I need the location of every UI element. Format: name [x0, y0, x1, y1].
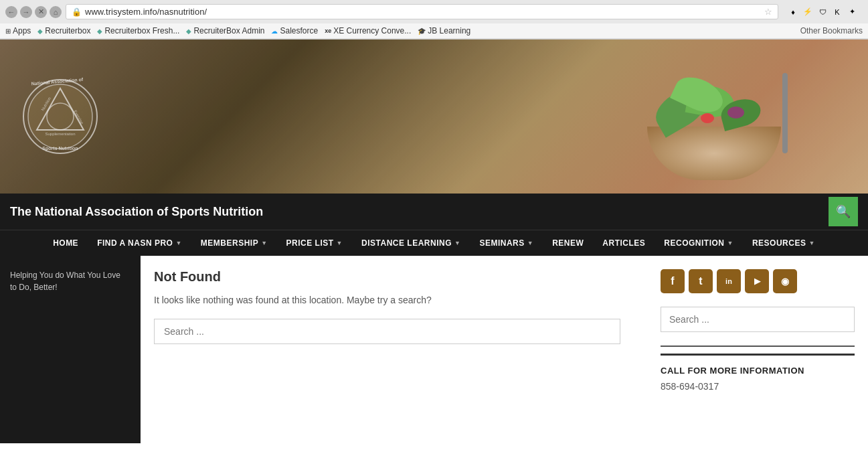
main-layout: Helping You do What You Love to Do, Bett… [0, 256, 868, 443]
bookmark-xe-label: XE Currency Conve... [333, 26, 411, 35]
back-button[interactable]: ← [5, 6, 17, 18]
recruiterbox-icon: ◆ [37, 27, 43, 35]
youtube-icon[interactable]: ▶ [745, 269, 769, 293]
hero-food-image [614, 60, 814, 187]
not-found-title: Not Found [154, 269, 620, 285]
other-bookmarks-label: Other Bookmarks [800, 26, 863, 35]
jb-icon: 🎓 [418, 27, 426, 35]
sidebar: Helping You do What You Love to Do, Bett… [0, 256, 141, 443]
nav-link-articles[interactable]: ARTICLES [593, 230, 655, 256]
bookmarks-bar: ⊞ Apps ◆ Recruiterbox ◆ Recruiterbox Fre… [0, 23, 868, 39]
chevron-down-icon-5: ▼ [527, 240, 533, 246]
site-nav: HOME FIND A NASN PRO ▼ MEMBERSHIP ▼ PRIC… [0, 230, 868, 256]
nav-item-renew: RENEW [543, 230, 593, 256]
bookmark-recruiterbox-fresh[interactable]: ◆ Recruiterbox Fresh... [97, 26, 179, 35]
social-icons: f t in ▶ ◉ [661, 269, 855, 293]
nav-label-home: HOME [53, 238, 78, 248]
nav-link-price-list[interactable]: PRICE LIST ▼ [277, 230, 352, 256]
nav-item-find-nasn-pro: FIND A NASN PRO ▼ [88, 230, 191, 256]
apps-shortcut[interactable]: ⊞ Apps [5, 26, 31, 35]
nav-item-articles: ARTICLES [593, 230, 655, 256]
nav-controls: ← → ✕ ⌂ [5, 6, 62, 18]
header-search-button[interactable]: 🔍 [829, 197, 858, 226]
chevron-down-icon-7: ▼ [808, 240, 814, 246]
widget-divider [661, 346, 855, 347]
rss-icon[interactable]: ◉ [773, 269, 797, 293]
nav-label-resources: RESOURCES [752, 238, 806, 248]
bookmark-recruiterbox-admin[interactable]: ◆ RecruiterBox Admin [186, 26, 264, 35]
ext-icon-star2[interactable]: ✦ [847, 7, 857, 17]
main-search-input[interactable] [154, 319, 620, 344]
chevron-down-icon-3: ▼ [337, 240, 343, 246]
nav-label-articles: ARTICLES [602, 238, 645, 248]
nav-link-find-nasn-pro[interactable]: FIND A NASN PRO ▼ [88, 230, 191, 256]
browser-chrome: ← → ✕ ⌂ 🔒 www.trisystem.info/nasnutritio… [0, 0, 868, 40]
recruiterbox-admin-icon: ◆ [186, 27, 191, 35]
nav-link-membership[interactable]: MEMBERSHIP ▼ [191, 230, 277, 256]
nav-link-recognition[interactable]: RECOGNITION ▼ [655, 230, 743, 256]
xe-icon: xe [325, 27, 331, 34]
content-area: Not Found It looks like nothing was foun… [141, 256, 868, 443]
url-bar[interactable]: 🔒 www.trisystem.info/nasnutrition/ ☆ [66, 4, 778, 19]
tomato-piece [701, 113, 714, 123]
nav-label-find-nasn-pro: FIND A NASN PRO [97, 238, 173, 248]
bookmark-jb-learning[interactable]: 🎓 JB Learning [418, 26, 470, 35]
call-section: CALL FOR MORE INFORMATION 858-694-0317 [661, 354, 855, 392]
sidebar-tagline: Helping You do What You Love to Do, Bett… [10, 269, 131, 293]
bookmark-xe-currency[interactable]: xe XE Currency Conve... [325, 26, 411, 35]
bookmark-salesforce-label: Salesforce [280, 26, 318, 35]
right-widget: f t in ▶ ◉ [654, 269, 855, 430]
nav-item-price-list: PRICE LIST ▼ [277, 230, 352, 256]
star-icon[interactable]: ☆ [764, 7, 772, 17]
bookmark-salesforce[interactable]: ☁ Salesforce [271, 26, 318, 35]
other-bookmarks[interactable]: Other Bookmarks [800, 26, 863, 35]
nav-link-seminars[interactable]: SEMINARS ▼ [470, 230, 543, 256]
ext-icon-k[interactable]: K [832, 7, 843, 17]
bookmark-jb-label: JB Learning [428, 26, 470, 35]
home-button[interactable]: ⌂ [50, 6, 62, 18]
bookmark-recruiterbox-fresh-label: Recruiterbox Fresh... [104, 26, 179, 35]
svg-text:Sports Nutrition: Sports Nutrition [42, 146, 78, 151]
search-icon: 🔍 [836, 204, 851, 219]
svg-text:Supplementation: Supplementation [45, 132, 75, 136]
hero-banner: National Association of Sports Nutrition… [0, 40, 868, 194]
chevron-down-icon-6: ▼ [727, 240, 733, 246]
purple-piece [727, 106, 744, 119]
nav-link-resources[interactable]: RESOURCES ▼ [743, 230, 824, 256]
facebook-icon[interactable]: f [661, 269, 685, 293]
not-found-text: It looks like nothing was found at this … [154, 295, 620, 305]
nav-item-recognition: RECOGNITION ▼ [655, 230, 743, 256]
nav-label-renew: RENEW [552, 238, 584, 248]
bookmark-recruiterbox-admin-label: RecruiterBox Admin [193, 26, 264, 35]
nav-link-home[interactable]: HOME [44, 230, 88, 256]
svg-point-1 [28, 84, 92, 149]
website: National Association of Sports Nutrition… [0, 40, 868, 443]
nav-label-distance-learning: DISTANCE LEARNING [361, 238, 452, 248]
site-header: The National Association of Sports Nutri… [0, 194, 868, 230]
nav-label-recognition: RECOGNITION [664, 238, 724, 248]
salad-greens [640, 80, 788, 147]
nav-label-seminars: SEMINARS [479, 238, 524, 248]
call-number: 858-694-0317 [661, 381, 855, 392]
twitter-icon[interactable]: t [689, 269, 713, 293]
nav-label-price-list: PRICE LIST [286, 238, 334, 248]
nav-link-renew[interactable]: RENEW [543, 230, 593, 256]
call-title: CALL FOR MORE INFORMATION [661, 366, 855, 376]
bookmark-recruiterbox-label: Recruiterbox [45, 26, 90, 35]
chevron-down-icon: ▼ [175, 240, 181, 246]
nav-item-membership: MEMBERSHIP ▼ [191, 230, 277, 256]
linkedin-icon[interactable]: in [717, 269, 741, 293]
nav-menu: HOME FIND A NASN PRO ▼ MEMBERSHIP ▼ PRIC… [0, 230, 868, 256]
forward-button[interactable]: → [20, 6, 32, 18]
chevron-down-icon-4: ▼ [454, 240, 460, 246]
nav-link-distance-learning[interactable]: DISTANCE LEARNING ▼ [352, 230, 470, 256]
ext-icon-shield[interactable]: 🛡 [817, 7, 828, 17]
bookmark-recruiterbox[interactable]: ◆ Recruiterbox [37, 26, 90, 35]
ext-icon-diamond[interactable]: ♦ [788, 7, 798, 17]
site-title: The National Association of Sports Nutri… [10, 205, 829, 219]
main-search-form [154, 319, 620, 344]
browser-titlebar: ← → ✕ ⌂ 🔒 www.trisystem.info/nasnutritio… [0, 0, 868, 23]
widget-search-input[interactable] [661, 307, 855, 332]
refresh-button[interactable]: ✕ [35, 6, 47, 18]
ext-icon-stack[interactable]: ⚡ [802, 7, 813, 17]
